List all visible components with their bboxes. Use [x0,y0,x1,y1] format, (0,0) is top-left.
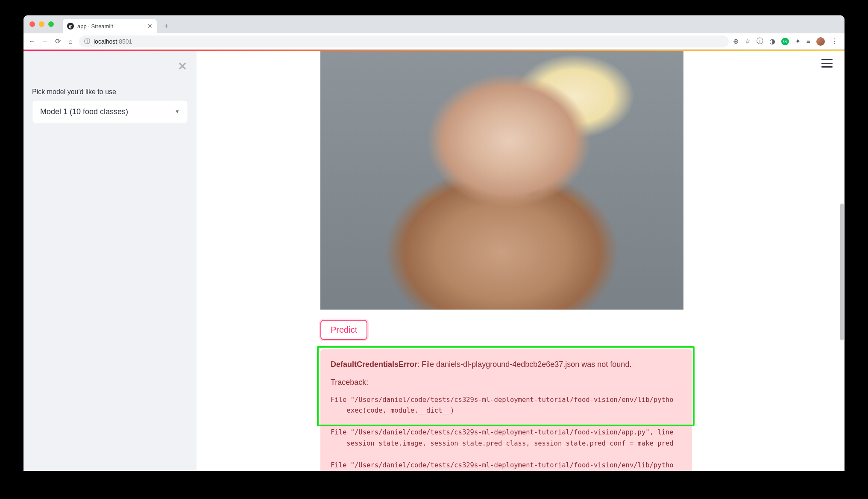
reading-list-icon[interactable]: ≡ [806,38,810,45]
close-window-button[interactable] [29,21,35,27]
traceback-line: File "/Users/daniel/code/tests/cs329s-ml… [331,461,674,469]
traceback-block: File "/Users/daniel/code/tests/cs329s-ml… [331,395,682,471]
scrollbar-thumb[interactable] [840,204,844,340]
tab-favicon-icon: ◐ [67,23,74,30]
grammarly-extension-icon[interactable]: G [781,38,789,45]
content-column: Predict DefaultCredentialsError: File da… [320,50,683,471]
traceback-line: File "/Users/daniel/code/tests/cs329s-ml… [331,428,674,436]
reload-button[interactable]: ⟳ [53,37,62,45]
new-tab-button[interactable]: + [160,20,172,32]
browser-tabbar: ◐ app · Streamlit ✕ + [23,15,845,33]
back-button[interactable]: ← [28,38,36,45]
streamlit-menu-icon[interactable] [821,59,833,68]
info-icon[interactable]: ⓘ [757,37,763,46]
sidebar-close-icon[interactable]: ✕ [178,60,187,73]
home-button[interactable]: ⌂ [66,38,75,45]
browser-tab[interactable]: ◐ app · Streamlit ✕ [63,19,157,33]
forward-button: → [41,38,49,45]
window-controls [29,21,54,27]
predict-button-label: Predict [331,325,357,334]
predict-button[interactable]: Predict [320,320,367,340]
toolbar-actions: ⊕ ☆ ⓘ ◑ G ✦ ≡ ⋮ [733,37,840,46]
traceback-label: Traceback: [331,377,682,389]
site-info-icon[interactable]: ⓘ [84,38,90,45]
error-box: DefaultCredentialsError: File daniels-dl… [320,349,692,471]
url-port: :8501 [117,38,132,45]
traceback-line: exec(code, module.__dict__) [331,407,454,414]
pocket-icon[interactable]: ◑ [769,37,775,45]
extensions-icon[interactable]: ✦ [795,37,801,45]
error-message: : File daniels-dl-playground-4edbcb2e6e3… [417,360,631,369]
streamlit-app: ✕ Pick model you'd like to use Model 1 (… [23,50,845,471]
address-bar[interactable]: ⓘ localhost:8501 [79,35,729,47]
chevron-down-icon: ▼ [175,109,180,115]
model-select-value: Model 1 (10 food classes) [40,107,128,116]
model-select[interactable]: Model 1 (10 food classes) ▼ [32,100,188,123]
sidebar: ✕ Pick model you'd like to use Model 1 (… [23,50,196,471]
error-title-line: DefaultCredentialsError: File daniels-dl… [331,359,682,371]
traceback-line: session_state.image, session_state.pred_… [331,440,674,447]
maximize-window-button[interactable] [48,21,54,27]
browser-window: ◐ app · Streamlit ✕ + ← → ⟳ ⌂ ⓘ localhos… [23,15,845,471]
chrome-menu-icon[interactable]: ⋮ [831,37,838,45]
url-host: localhost [94,38,117,45]
uploaded-image [320,50,683,310]
minimize-window-button[interactable] [39,21,44,27]
zoom-icon[interactable]: ⊕ [733,37,739,45]
streamlit-progress-bar [23,50,845,51]
bookmark-icon[interactable]: ☆ [745,37,751,45]
traceback-line: File "/Users/daniel/code/tests/cs329s-ml… [331,396,674,404]
model-select-label: Pick model you'd like to use [32,88,188,96]
browser-toolbar: ← → ⟳ ⌂ ⓘ localhost:8501 ⊕ ☆ ⓘ ◑ G ✦ ≡ ⋮ [23,33,845,50]
error-name: DefaultCredentialsError [331,360,417,369]
tab-close-icon[interactable]: ✕ [147,23,152,30]
main-panel: Predict DefaultCredentialsError: File da… [196,50,845,471]
tab-title: app · Streamlit [77,23,144,30]
profile-avatar[interactable] [816,37,825,46]
